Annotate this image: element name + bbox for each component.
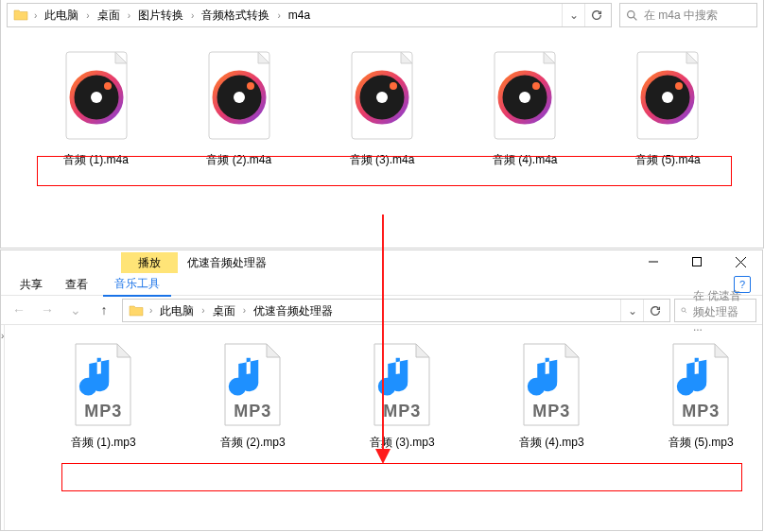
search-icon — [681, 304, 687, 317]
file-item[interactable]: 音频 (2).m4a — [172, 48, 305, 249]
maximize-icon — [692, 257, 702, 266]
close-icon — [736, 257, 746, 267]
svg-rect-30 — [693, 258, 702, 266]
crumb-current[interactable]: 优速音频处理器 — [248, 300, 339, 322]
file-item[interactable]: 音频 (5).m4a — [601, 48, 735, 249]
crumb-folder[interactable]: 图片转换 — [132, 4, 189, 26]
crumb-desktop[interactable]: 桌面 — [92, 4, 126, 26]
menu-music-tools[interactable]: 音乐工具 — [103, 272, 171, 297]
svg-point-11 — [247, 82, 254, 90]
content-area: › MP3 音频 (1).mp3 MP3 音频 (2).mp3 MP3 音频 (… — [1, 325, 762, 530]
chevron-right-icon: › — [241, 305, 248, 316]
search-input[interactable]: 在 m4a 中搜索 — [619, 3, 757, 27]
dropdown-button[interactable]: ⌄ — [620, 300, 643, 321]
search-icon — [626, 9, 638, 22]
chevron-right-icon: › — [189, 10, 196, 21]
up-button[interactable]: ↑ — [92, 299, 116, 321]
file-label: 音频 (3).mp3 — [332, 435, 472, 451]
refresh-button[interactable] — [643, 300, 666, 321]
file-item[interactable]: MP3 音频 (2).mp3 — [182, 342, 322, 530]
m4a-file-icon — [59, 48, 134, 143]
breadcrumb-bar[interactable]: › 此电脑 › 桌面 › 图片转换 › 音频格式转换 › m4a ⌄ — [7, 3, 612, 27]
forward-button: → — [35, 299, 60, 321]
minimize-button[interactable] — [632, 250, 675, 273]
refresh-icon — [649, 304, 662, 317]
highlight-box — [61, 463, 742, 491]
title-bar: 播放 优速音频处理器 — [1, 250, 762, 273]
menu-view[interactable]: 查看 — [54, 273, 99, 296]
highlight-box — [37, 156, 732, 186]
crumb-this-pc[interactable]: 此电脑 — [154, 300, 200, 322]
svg-line-34 — [685, 311, 686, 313]
file-label: 音频 (5).mp3 — [631, 435, 764, 451]
search-placeholder: 在 m4a 中搜索 — [644, 8, 718, 24]
folder-icon — [13, 8, 28, 23]
svg-point-15 — [376, 92, 388, 103]
svg-point-21 — [532, 82, 540, 90]
chevron-right-icon: › — [200, 305, 206, 316]
ribbon-tabs: 共享 查看 音乐工具 ? — [1, 273, 762, 296]
svg-line-1 — [634, 17, 636, 20]
folder-icon — [129, 303, 144, 318]
svg-point-33 — [682, 308, 686, 312]
file-item[interactable]: 音频 (1).m4a — [29, 48, 163, 249]
svg-point-6 — [104, 82, 112, 90]
file-list: 音频 (1).m4a 音频 (2).m4a 音频 (3).m4a 音频 (4).… — [1, 29, 763, 249]
menu-share[interactable]: 共享 — [9, 273, 54, 296]
file-item[interactable]: MP3 音频 (5).mp3 — [631, 342, 764, 530]
file-label: 音频 (2).mp3 — [182, 435, 322, 451]
crumb-current[interactable]: m4a — [283, 4, 316, 26]
file-item[interactable]: 音频 (3).m4a — [315, 48, 448, 249]
m4a-file-icon — [344, 48, 420, 143]
help-button[interactable]: ? — [734, 276, 751, 293]
mp3-file-icon: MP3 — [518, 342, 584, 427]
window-controls — [632, 250, 762, 273]
mp3-file-icon: MP3 — [668, 342, 734, 427]
window-title: 优速音频处理器 — [187, 252, 267, 273]
mp3-file-icon: MP3 — [70, 342, 136, 427]
mp3-file-icon: MP3 — [369, 342, 435, 427]
tab-play[interactable]: 播放 — [121, 252, 178, 273]
m4a-file-icon — [201, 48, 277, 143]
maximize-button[interactable] — [675, 250, 719, 273]
search-input[interactable]: 在 优速音频处理器 ... — [674, 299, 756, 322]
crumb-this-pc[interactable]: 此电脑 — [39, 4, 84, 26]
refresh-icon — [590, 9, 603, 22]
file-label: 音频 (1).mp3 — [33, 435, 173, 451]
svg-point-0 — [628, 10, 634, 17]
file-item[interactable]: MP3 音频 (4).mp3 — [481, 342, 621, 530]
back-button[interactable]: ← — [7, 299, 31, 321]
svg-point-5 — [91, 92, 102, 103]
chevron-right-icon: › — [126, 10, 132, 21]
file-list: MP3 音频 (1).mp3 MP3 音频 (2).mp3 MP3 音频 (3)… — [5, 325, 764, 530]
file-item[interactable]: MP3 音频 (3).mp3 — [332, 342, 472, 530]
chevron-right-icon: › — [84, 10, 91, 21]
breadcrumb-bar[interactable]: › 此电脑 › 桌面 › 优速音频处理器 ⌄ — [122, 299, 670, 322]
crumb-folder[interactable]: 音频格式转换 — [196, 4, 275, 26]
recent-button[interactable]: ⌄ — [63, 299, 88, 321]
svg-point-20 — [519, 92, 530, 103]
close-button[interactable] — [719, 250, 762, 273]
m4a-file-icon — [487, 48, 563, 143]
minimize-icon — [649, 257, 658, 266]
address-bar-row: › 此电脑 › 桌面 › 图片转换 › 音频格式转换 › m4a ⌄ 在 m4a… — [1, 0, 763, 29]
crumb-desktop[interactable]: 桌面 — [207, 300, 241, 322]
top-explorer-window: › 此电脑 › 桌面 › 图片转换 › 音频格式转换 › m4a ⌄ 在 m4a… — [0, 0, 764, 249]
svg-point-10 — [234, 92, 245, 103]
svg-point-25 — [662, 92, 673, 103]
svg-point-16 — [390, 82, 397, 90]
mp3-file-icon: MP3 — [219, 342, 286, 427]
file-item[interactable]: MP3 音频 (1).mp3 — [33, 342, 173, 530]
dropdown-button[interactable]: ⌄ — [562, 4, 584, 26]
svg-point-26 — [675, 82, 683, 90]
chevron-right-icon: › — [32, 10, 39, 21]
m4a-file-icon — [630, 48, 705, 143]
address-bar-row: ← → ⌄ ↑ › 此电脑 › 桌面 › 优速音频处理器 ⌄ 在 优速音频处理器… — [1, 296, 762, 325]
file-item[interactable]: 音频 (4).m4a — [459, 48, 592, 249]
chevron-right-icon: › — [148, 305, 154, 316]
chevron-right-icon: › — [275, 10, 282, 21]
refresh-button[interactable] — [584, 4, 607, 26]
file-label: 音频 (4).mp3 — [481, 435, 621, 451]
bottom-explorer-window: 播放 优速音频处理器 共享 查看 音乐工具 ? ← → ⌄ ↑ › 此电脑 › … — [0, 249, 763, 531]
